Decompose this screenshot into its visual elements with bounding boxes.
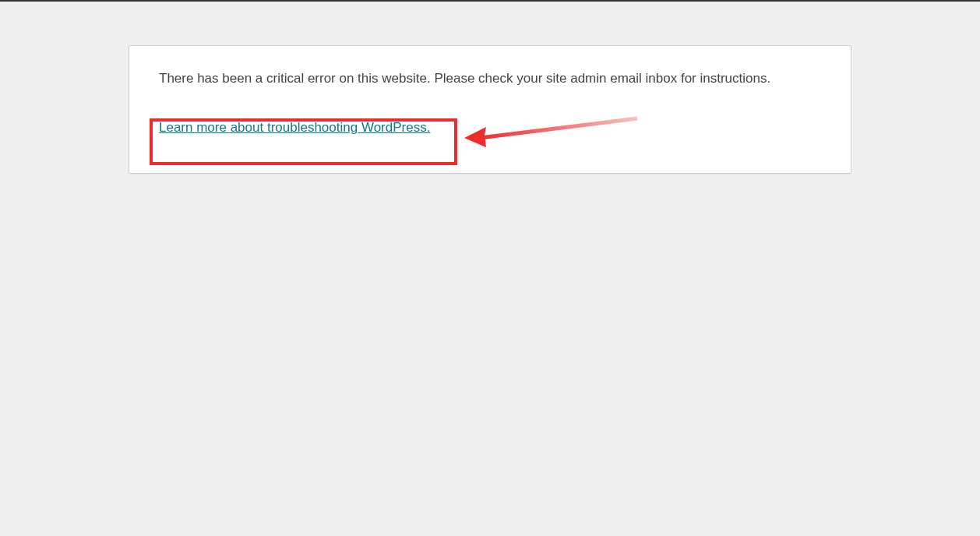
annotation-arrow-icon <box>464 116 643 155</box>
troubleshoot-link-wrapper: Learn more about troubleshooting WordPre… <box>150 111 449 146</box>
error-message: There has been a critical error on this … <box>159 68 821 89</box>
svg-marker-0 <box>464 127 486 147</box>
error-card: There has been a critical error on this … <box>129 45 851 174</box>
troubleshoot-link[interactable]: Learn more about troubleshooting WordPre… <box>159 120 430 135</box>
